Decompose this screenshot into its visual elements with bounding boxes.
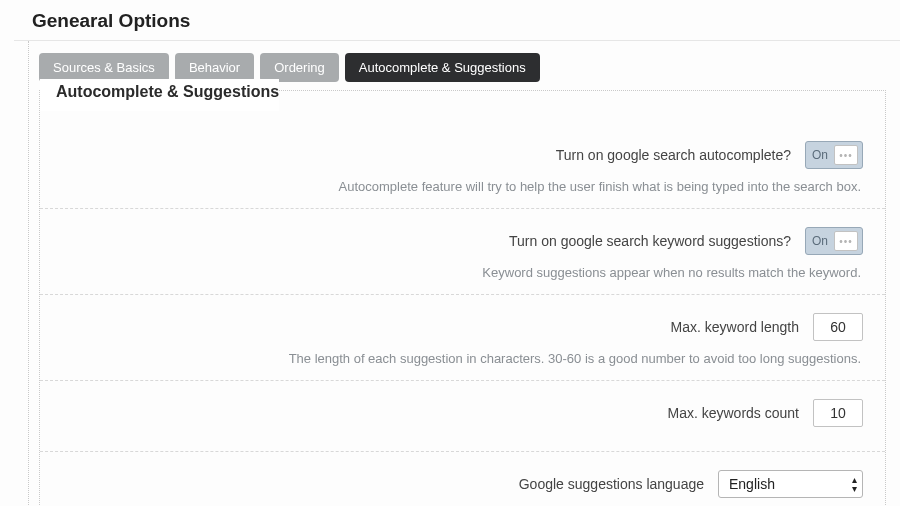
page-title: Genearal Options [14,0,900,41]
max-keywords-count-input[interactable] [813,399,863,427]
toggle-knob-icon: ••• [834,145,858,165]
toggle-state: On [808,148,834,162]
max-keyword-length-input[interactable] [813,313,863,341]
keyword-suggestions-label: Turn on google search keyword suggestion… [509,233,791,249]
row-keyword-suggestions: Turn on google search keyword suggestion… [40,209,885,295]
autocomplete-toggle[interactable]: On ••• [805,141,863,169]
max-keywords-count-label: Max. keywords count [668,405,800,421]
language-label: Google suggestions language [519,476,704,492]
row-language: Google suggestions language English ▴▾ [40,452,885,506]
section-title: Autocomplete & Suggestions [40,79,279,111]
tab-sources-basics[interactable]: Sources & Basics [39,53,169,82]
keyword-suggestions-description: Keyword suggestions appear when no resul… [62,265,863,280]
max-keyword-length-description: The length of each suggestion in charact… [62,351,863,366]
section-autocomplete-suggestions: Autocomplete & Suggestions Turn on googl… [39,90,886,506]
autocomplete-description: Autocomplete feature will try to help th… [62,179,863,194]
autocomplete-label: Turn on google search autocomplete? [556,147,791,163]
tab-behavior[interactable]: Behavior [175,53,254,82]
tab-ordering[interactable]: Ordering [260,53,339,82]
row-autocomplete: Turn on google search autocomplete? On •… [40,123,885,209]
language-select[interactable]: English [718,470,863,498]
keyword-suggestions-toggle[interactable]: On ••• [805,227,863,255]
max-keyword-length-label: Max. keyword length [671,319,799,335]
settings-panel: Sources & Basics Behavior Ordering Autoc… [28,41,900,506]
tabs-bar: Sources & Basics Behavior Ordering Autoc… [29,53,900,82]
row-max-keywords-count: Max. keywords count [40,381,885,452]
toggle-state: On [808,234,834,248]
tab-autocomplete-suggestions[interactable]: Autocomplete & Suggestions [345,53,540,82]
toggle-knob-icon: ••• [834,231,858,251]
row-max-keyword-length: Max. keyword length The length of each s… [40,295,885,381]
